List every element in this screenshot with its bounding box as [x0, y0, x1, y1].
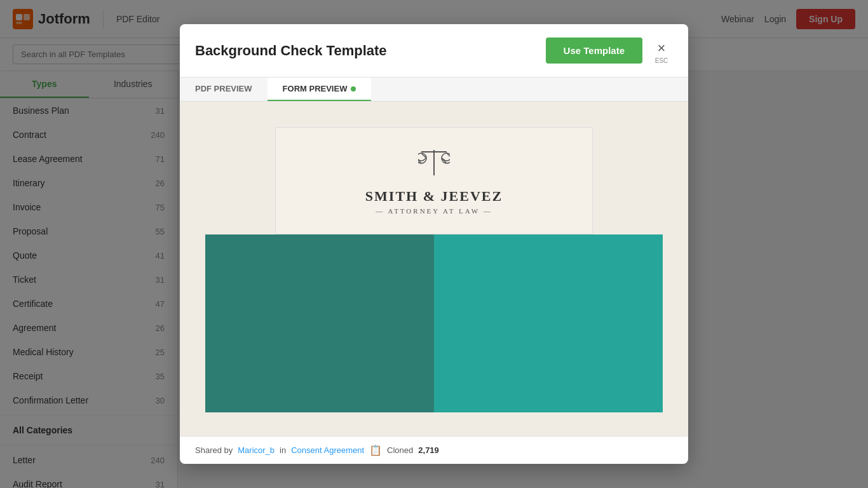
in-label: in — [280, 445, 286, 455]
modal-overlay[interactable]: Background Check Template Use Template ×… — [0, 0, 868, 488]
modal-tabs: PDF PREVIEW FORM PREVIEW — [180, 78, 688, 102]
form-preview-dot — [351, 86, 356, 92]
cloned-label: Cloned — [387, 445, 413, 455]
teal-section — [205, 234, 663, 412]
modal: Background Check Template Use Template ×… — [180, 24, 688, 463]
tab-pdf-preview[interactable]: PDF PREVIEW — [180, 78, 268, 101]
shared-by-user-link[interactable]: Maricor_b — [238, 445, 275, 455]
modal-header: Background Check Template Use Template ×… — [180, 24, 688, 78]
modal-actions: Use Template × ESC — [546, 37, 673, 64]
preview-logo-box: SMITH & JEEVEZ — ATTORNEY AT LAW — — [275, 127, 593, 234]
tab-form-preview[interactable]: FORM PREVIEW — [268, 78, 372, 101]
esc-label: ESC — [650, 57, 673, 64]
close-button-container: × ESC — [650, 37, 673, 64]
cloned-count: 2,719 — [418, 445, 439, 455]
modal-body: SMITH & JEEVEZ — ATTORNEY AT LAW — — [180, 102, 688, 435]
modal-footer: Shared by Maricor_b in Consent Agreement… — [180, 436, 688, 464]
teal-left — [205, 234, 434, 412]
firm-sub: — ATTORNEY AT LAW — — [376, 207, 492, 215]
teal-right — [434, 234, 663, 412]
modal-title: Background Check Template — [195, 43, 387, 59]
consent-agreement-link[interactable]: Consent Agreement — [291, 445, 364, 455]
scale-icon — [418, 147, 450, 184]
shared-by-label: Shared by — [195, 445, 233, 455]
close-button[interactable]: × — [650, 37, 673, 60]
clone-icon: 📋 — [369, 444, 382, 456]
firm-name: SMITH & JEEVEZ — [365, 188, 503, 205]
use-template-button[interactable]: Use Template — [546, 37, 642, 64]
preview-area: SMITH & JEEVEZ — ATTORNEY AT LAW — — [180, 102, 688, 435]
